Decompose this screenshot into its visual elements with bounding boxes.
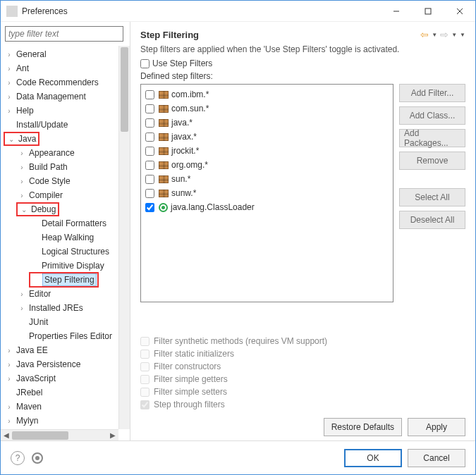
tree-item[interactable]: ›Mylyn <box>1 414 118 428</box>
tree-item[interactable]: ›Editor <box>1 287 118 301</box>
chevron-right-icon[interactable]: › <box>4 93 15 101</box>
filter-label: jrockit.* <box>171 146 199 156</box>
chevron-right-icon[interactable]: › <box>16 290 28 298</box>
filter-input[interactable] <box>5 26 123 42</box>
filter-checkbox[interactable] <box>145 161 154 170</box>
tree-item[interactable]: ›Appearance <box>1 146 118 160</box>
filter-checkbox[interactable] <box>145 175 154 184</box>
back-icon[interactable]: ⇦ <box>420 29 429 40</box>
apply-button[interactable]: Apply <box>408 418 465 436</box>
tree-item[interactable]: ›Compiler <box>1 188 118 202</box>
category-tree[interactable]: ›General›Ant›Code Recommenders›Data Mana… <box>1 46 118 429</box>
tree-item[interactable]: ›Data Management <box>1 90 118 104</box>
filter-checkbox[interactable] <box>145 132 154 142</box>
filter-checkbox[interactable] <box>145 104 154 113</box>
import-export-icon[interactable] <box>32 452 43 464</box>
tree-item[interactable]: ⌄Java <box>1 132 118 146</box>
minimize-button[interactable] <box>380 1 412 21</box>
chevron-right-icon[interactable]: › <box>4 107 15 115</box>
chevron-right-icon[interactable]: › <box>16 304 28 312</box>
add-filter-button[interactable]: Add Filter... <box>399 84 465 102</box>
tree-item[interactable]: JRebel <box>1 385 118 400</box>
use-step-filters-checkbox[interactable]: Use Step Filters <box>140 58 465 68</box>
filter-checkbox[interactable] <box>145 118 154 128</box>
filter-row[interactable]: javax.* <box>142 130 391 144</box>
chevron-down-icon[interactable]: ⌄ <box>6 135 17 143</box>
chevron-right-icon[interactable]: › <box>16 192 28 199</box>
deselect-all-button[interactable]: Deselect All <box>399 211 465 229</box>
filter-row[interactable]: java.lang.ClassLoader <box>142 200 391 214</box>
tree-item-label: JUnit <box>28 316 49 328</box>
scroll-left-icon[interactable]: ◀ <box>1 431 12 439</box>
tree-item[interactable]: ›Build Path <box>1 160 118 174</box>
chevron-right-icon[interactable]: › <box>4 375 15 383</box>
filter-row[interactable]: com.sun.* <box>142 101 391 116</box>
option-checkbox[interactable]: Filter synthetic methods (requires VM su… <box>140 336 465 346</box>
ok-button[interactable]: OK <box>344 449 402 467</box>
tree-item[interactable]: Step Filtering <box>1 273 118 287</box>
maximize-button[interactable] <box>412 1 444 21</box>
chevron-right-icon[interactable]: › <box>16 178 28 185</box>
filters-list[interactable]: com.ibm.*com.sun.*java.*javax.*jrockit.*… <box>140 84 393 302</box>
filter-row[interactable]: java.* <box>142 116 391 130</box>
select-all-button[interactable]: Select All <box>399 188 465 206</box>
tree-item[interactable]: ›Code Recommenders <box>1 75 118 90</box>
chevron-right-icon[interactable]: › <box>4 403 15 411</box>
forward-menu-icon[interactable]: ▼ <box>451 32 457 38</box>
tree-item[interactable]: Detail Formatters <box>1 216 118 230</box>
package-icon <box>159 190 169 197</box>
tree-item[interactable]: ›JavaScript <box>1 371 118 385</box>
option-checkbox[interactable]: Filter simple setters <box>140 387 465 397</box>
tree-item[interactable]: Install/Update <box>1 118 118 132</box>
chevron-right-icon[interactable]: › <box>4 51 15 58</box>
view-menu-icon[interactable]: ▼ <box>460 32 465 38</box>
tree-horizontal-scrollbar[interactable]: ◀ ▶ <box>1 429 118 440</box>
tree-item[interactable]: ›General <box>1 47 118 61</box>
option-checkbox[interactable]: Step through filters <box>140 400 465 409</box>
tree-item[interactable]: ›Installed JREs <box>1 301 118 315</box>
tree-item[interactable]: Logical Structures <box>1 245 118 259</box>
chevron-right-icon[interactable]: › <box>4 65 15 73</box>
tree-item[interactable]: ›Ant <box>1 61 118 75</box>
add-packages-button[interactable]: Add Packages... <box>399 129 465 147</box>
add-class-button[interactable]: Add Class... <box>399 106 465 125</box>
tree-item[interactable]: Primitive Display <box>1 259 118 273</box>
filter-row[interactable]: jrockit.* <box>142 144 391 158</box>
tree-item[interactable]: ›Java Persistence <box>1 357 118 371</box>
tree-vertical-scrollbar[interactable] <box>118 46 130 429</box>
chevron-right-icon[interactable]: › <box>4 361 15 369</box>
option-checkbox[interactable]: Filter simple getters <box>140 374 465 384</box>
tree-item[interactable]: ›Code Style <box>1 174 118 188</box>
chevron-right-icon[interactable]: › <box>16 164 28 171</box>
tree-item[interactable]: Heap Walking <box>1 230 118 245</box>
filter-row[interactable]: sun.* <box>142 172 391 186</box>
option-checkbox[interactable]: Filter constructors <box>140 362 465 371</box>
filter-row[interactable]: sunw.* <box>142 186 391 200</box>
filter-checkbox[interactable] <box>145 147 154 156</box>
back-menu-icon[interactable]: ▼ <box>432 32 437 38</box>
chevron-right-icon[interactable]: › <box>4 79 15 87</box>
chevron-right-icon[interactable]: › <box>4 417 15 425</box>
tree-item[interactable]: ›Maven <box>1 400 118 414</box>
filter-checkbox[interactable] <box>145 189 154 198</box>
tree-item[interactable]: Properties Files Editor <box>1 329 118 343</box>
tree-item[interactable]: ›Java EE <box>1 343 118 357</box>
option-checkbox[interactable]: Filter static initializers <box>140 349 465 359</box>
chevron-right-icon[interactable]: › <box>16 149 28 157</box>
restore-defaults-button[interactable]: Restore Defaults <box>324 418 402 436</box>
remove-button[interactable]: Remove <box>399 152 465 170</box>
chevron-right-icon[interactable]: › <box>4 347 15 354</box>
filter-checkbox[interactable] <box>145 203 154 212</box>
filter-row[interactable]: com.ibm.* <box>142 87 391 101</box>
filter-checkbox[interactable] <box>145 90 154 99</box>
tree-item[interactable]: JUnit <box>1 315 118 329</box>
cancel-button[interactable]: Cancel <box>408 449 465 467</box>
chevron-down-icon[interactable]: ⌄ <box>18 206 30 214</box>
filter-row[interactable]: org.omg.* <box>142 158 391 172</box>
help-icon[interactable]: ? <box>11 451 25 465</box>
close-button[interactable] <box>444 1 475 21</box>
tree-item[interactable]: ›Help <box>1 104 118 118</box>
tree-item[interactable]: ⌄Debug <box>1 202 118 216</box>
scroll-right-icon[interactable]: ▶ <box>107 431 118 439</box>
forward-icon[interactable]: ⇨ <box>440 29 448 40</box>
